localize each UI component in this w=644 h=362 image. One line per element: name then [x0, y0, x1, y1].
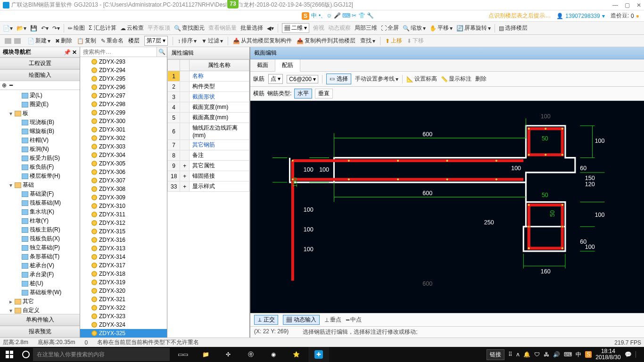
attr-row-name[interactable]: 截面高度(mm)	[190, 113, 249, 123]
move-down-button[interactable]: ⬇下移	[407, 37, 424, 45]
find-view-button[interactable]: 🔍查找图元	[174, 24, 205, 32]
tray-bell-icon[interactable]: 🔔	[523, 351, 530, 358]
attr-row-name[interactable]: 名称	[190, 71, 249, 82]
component-item[interactable]: ZDYX-317	[80, 261, 167, 270]
section-single-input[interactable]: 单构件输入	[0, 314, 80, 326]
component-item[interactable]: ZDYX-315	[80, 227, 167, 236]
dynamic-observe-button[interactable]: 动态观察	[328, 24, 351, 32]
tab-section[interactable]: 截面	[250, 59, 275, 71]
component-item[interactable]: ZDYX-324	[80, 321, 167, 329]
cortana-button[interactable]	[19, 351, 33, 358]
app-folder-icon[interactable]: 📁	[195, 347, 216, 362]
tree-item[interactable]: 现浇板(B)	[1, 118, 79, 127]
tree-item[interactable]: ▾板	[1, 109, 79, 118]
tree-item[interactable]: 板负筋(F)	[1, 163, 79, 172]
minimize-button[interactable]: ―	[612, 2, 618, 8]
tray-volume-icon[interactable]: 🔊	[553, 351, 560, 358]
section-draw-input[interactable]: 绘图输入	[0, 69, 80, 81]
top-view-button[interactable]: 俯视	[313, 24, 324, 32]
tip-message[interactable]: 点识别楼层表之后提示…	[488, 12, 551, 20]
tree-item[interactable]: 柱墩(Y)	[1, 216, 79, 225]
component-item[interactable]: ZDYX-309	[80, 193, 167, 202]
spec-select[interactable]: C6@200 ▾	[287, 75, 318, 83]
attr-row-name[interactable]: 截面宽度(mm)	[190, 102, 249, 113]
tab-rebar[interactable]: 配筋	[275, 59, 300, 72]
tree-item[interactable]: 桩(U)	[1, 279, 79, 288]
component-item[interactable]: ZDYX-311	[80, 210, 167, 219]
tray-net-icon[interactable]: 🖧	[544, 351, 549, 358]
component-item[interactable]: ZDYX-312	[80, 219, 167, 227]
new-component-button[interactable]: 📄新建▾	[27, 37, 50, 45]
local-3d-button[interactable]: 局部三维	[355, 24, 377, 32]
mid-snap-button[interactable]: ━ 中点	[346, 316, 362, 324]
component-item[interactable]: ZDYX-294	[80, 66, 167, 74]
tray-ime-lang[interactable]: 中	[576, 351, 581, 359]
tree-item[interactable]: 基础板带(W)	[1, 288, 79, 297]
tree-item[interactable]: 柱帽(V)	[1, 136, 79, 145]
open-button[interactable]: 📂▾	[17, 25, 26, 32]
component-item[interactable]: ZDYX-319	[80, 278, 167, 287]
tray-notification-icon[interactable]: 💬	[625, 351, 632, 358]
perp-snap-button[interactable]: ⊥ 垂点	[324, 316, 341, 324]
vert-button[interactable]: 垂直	[315, 89, 333, 99]
tree-tool-1[interactable]: ⊕	[2, 82, 7, 89]
component-item[interactable]: ZDYX-307	[80, 176, 167, 185]
component-item[interactable]: ZDYX-320	[80, 287, 167, 295]
tree-item[interactable]: 筏板基础(M)	[1, 198, 79, 207]
pin-icon[interactable]: 📌 ✕	[64, 49, 77, 56]
attr-row-name[interactable]: 备注	[190, 150, 249, 161]
tree-item[interactable]: 独立基础(P)	[1, 243, 79, 252]
component-item[interactable]: ZDYX-313	[80, 244, 167, 253]
tray-shield-icon[interactable]: 🛡	[534, 351, 540, 358]
paint-tool[interactable]: ✏绘图	[68, 24, 85, 32]
tree-item[interactable]: 基础梁(F)	[1, 189, 79, 198]
component-item[interactable]: ZDYX-295	[80, 74, 167, 83]
tree-item[interactable]: 集水坑(K)	[1, 207, 79, 216]
show-mark-button[interactable]: 📏显示标注	[441, 75, 471, 83]
zoom-button[interactable]: 🔍缩放▾	[403, 24, 426, 32]
tree-tool-2[interactable]: ━	[9, 82, 13, 89]
app-swirl-icon[interactable]: ◉	[263, 347, 284, 362]
horiz-button[interactable]: 水平	[294, 89, 312, 99]
section-delete-button[interactable]: 删除	[475, 75, 487, 83]
attr-row-name[interactable]: 显示样式	[190, 181, 249, 192]
component-item[interactable]: ZDYX-314	[80, 253, 167, 261]
component-item[interactable]: ZDYX-325	[80, 329, 167, 337]
app-fan-icon[interactable]: ✣	[218, 347, 239, 362]
batch-select-button[interactable]: 批量选择	[240, 24, 263, 32]
attr-row-name[interactable]: 截面形状	[190, 92, 249, 102]
attr-row-name[interactable]: 其它属性	[190, 161, 249, 171]
rotate-screen-button[interactable]: 🔄屏幕旋转▾	[456, 24, 491, 32]
filter-button[interactable]: ▼过滤▾	[201, 37, 223, 45]
module-tree[interactable]: 梁(L)圈梁(E)▾板现浇板(B)螺旋板(B)柱帽(V)板洞(N)板受力筋(S)…	[0, 90, 80, 314]
component-item[interactable]: ZDYX-304	[80, 151, 167, 159]
component-item[interactable]: ZDYX-310	[80, 202, 167, 210]
tree-item[interactable]: ▾自定义	[1, 306, 79, 314]
redo-button[interactable]: ↷▾	[52, 25, 60, 32]
flat-top-button[interactable]: 平齐板顶	[148, 24, 170, 32]
component-item[interactable]: ZDYX-306	[80, 168, 167, 176]
component-item[interactable]: ZDYX-301	[80, 125, 167, 134]
select-tool-button[interactable]: ▭ 选择	[326, 74, 351, 84]
component-item[interactable]: ZDYX-303	[80, 142, 167, 151]
tray-clock[interactable]: 18:14 2018/8/30	[595, 348, 620, 361]
component-item[interactable]: ZDYX-296	[80, 83, 167, 91]
mini-icon-2[interactable]	[14, 38, 21, 44]
tree-item[interactable]: 楼层板带(H)	[1, 172, 79, 181]
attr-row-name[interactable]: 轴线距左边线距离(mm)	[190, 123, 249, 140]
component-item[interactable]: ZDYX-318	[80, 270, 167, 278]
pan-button[interactable]: ✋平移▾	[429, 24, 453, 32]
sort-button[interactable]: ↕排序▾	[178, 37, 197, 45]
cad-canvas[interactable]: 600 600 100 60 150 120 100 60 100 160 10…	[250, 101, 644, 313]
manual-ref-button[interactable]: 手动设置参考线▾	[355, 75, 398, 83]
tree-item[interactable]: 承台梁(F)	[1, 270, 79, 279]
component-item[interactable]: ZDYX-308	[80, 185, 167, 193]
copy-to-floor-button[interactable]: 📤复制构件到其他楼层	[297, 37, 355, 45]
component-item[interactable]: ZDYX-299	[80, 108, 167, 117]
undo-button[interactable]: ↶▾	[41, 25, 49, 32]
delete-button[interactable]: ✖删除	[55, 37, 72, 45]
app-star-icon[interactable]: ⭐	[286, 347, 306, 362]
fullscreen-button[interactable]: ⛶全屏	[381, 24, 399, 32]
nav-prev-button[interactable]: ◀▾	[267, 25, 274, 32]
copy-button[interactable]: 📋复制	[77, 37, 96, 45]
